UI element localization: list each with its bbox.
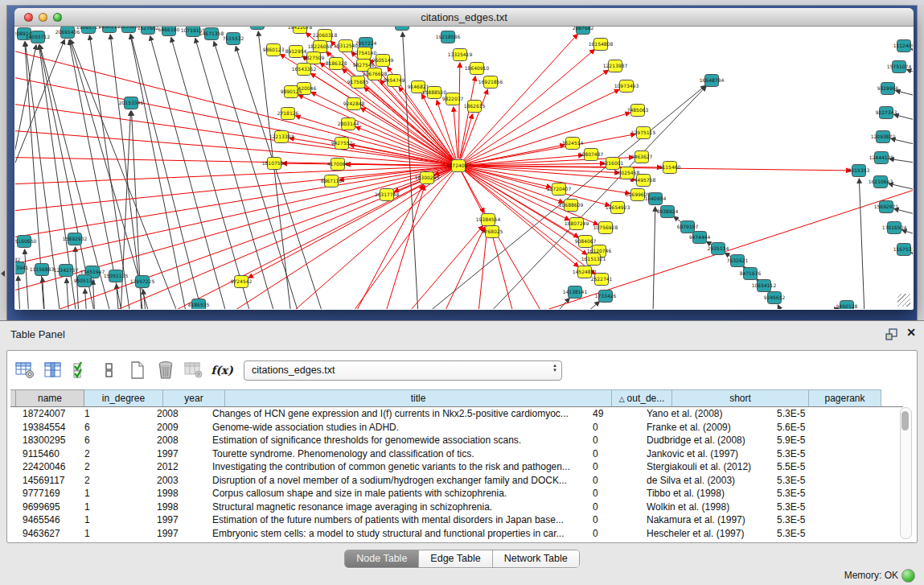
graph-node[interactable]: 9860123 (263, 44, 285, 56)
new-table-icon[interactable] (127, 360, 148, 381)
table-header-row: namein_degreeyeartitle△out_de...shortpag… (10, 389, 903, 407)
select-all-checks-icon[interactable] (71, 360, 92, 381)
graph-node[interactable]: 9245612 (764, 292, 786, 304)
cell-in_degree: 1 (78, 527, 150, 541)
graph-node[interactable]: 3624514 (562, 138, 584, 150)
graph-node[interactable]: 22060318 (313, 30, 338, 42)
graph-node[interactable]: 18640910 (465, 63, 490, 75)
cell-pagerank: 5.3E-5 (770, 407, 836, 421)
graph-node[interactable]: 1112409 (893, 40, 913, 52)
table-row[interactable]: 977716911998Corpus callosum shape and si… (10, 487, 903, 501)
graph-node[interactable]: 12975115 (631, 127, 656, 139)
table-row[interactable]: 946362711997Embryonic stem cells: a mode… (10, 527, 903, 541)
graph-node[interactable]: 9450128 (836, 301, 858, 310)
table-scrollbar[interactable] (900, 407, 912, 539)
graph-node[interactable]: 9605149 (372, 55, 394, 67)
close-panel-icon[interactable]: ✕ (906, 326, 916, 339)
table-settings-icon[interactable] (14, 360, 35, 381)
table-row[interactable]: 911546021997Tourette syndrome. Phenomeno… (10, 447, 903, 461)
graph-node[interactable]: 7615532 (223, 33, 244, 45)
graph-node[interactable]: 16543362 (292, 64, 317, 76)
graph-node[interactable]: 19384554 (476, 214, 501, 226)
table-row[interactable]: 1456911722003Disruption of a novel membe… (10, 474, 903, 488)
graph-node[interactable]: 3913941 (15, 262, 29, 274)
graph-node[interactable]: 1733426 (595, 290, 617, 303)
rows-icon[interactable] (99, 360, 120, 381)
collapse-arrow-icon[interactable] (1, 270, 5, 277)
graph-node[interactable]: 2803144 (338, 118, 359, 130)
column-header-year[interactable]: year (163, 389, 225, 406)
graph-node[interactable]: 19422078 (288, 27, 313, 34)
graph-node[interactable]: 19218586 (436, 31, 461, 43)
graph-node[interactable]: 12093872 (871, 131, 896, 143)
cell-out_de: 0 (586, 447, 640, 461)
graph-node[interactable]: 10654112 (752, 280, 777, 292)
graph-node[interactable]: 16210643 (869, 176, 893, 188)
column-header-out_de[interactable]: △out_de... (612, 389, 672, 406)
table-row[interactable]: 1872400712008Changes of HCN gene express… (10, 407, 903, 421)
graph-node[interactable]: 14138141 (563, 286, 588, 299)
graph-node[interactable]: 12444135 (869, 152, 894, 164)
table-row[interactable]: 1830029562008Estimation of significance … (10, 434, 903, 447)
graph-node[interactable]: 7485063 (627, 105, 649, 117)
graph-node[interactable]: 1167531 (893, 244, 913, 256)
graph-node[interactable]: 8186535 (188, 299, 210, 310)
graph-node[interactable]: 9329966 (877, 83, 899, 95)
column-header-title[interactable]: title (225, 389, 612, 406)
graph-node[interactable]: 8186328 (326, 58, 347, 70)
graph-node[interactable]: 1527602 (138, 27, 159, 35)
table-row[interactable]: 969969511998Structural magnetic resonanc… (10, 501, 903, 514)
graph-node[interactable]: 17957225 (130, 276, 155, 288)
graph-node[interactable]: 8471676 (740, 268, 762, 280)
graph-node[interactable]: 8215353 (848, 165, 870, 177)
column-header-pagerank[interactable]: pagerank (809, 389, 881, 406)
graph-node[interactable]: 2522741 (591, 274, 613, 286)
graph-node[interactable]: 9427552 (331, 138, 353, 150)
table-selector-dropdown[interactable]: citations_edges.txt ▲▼ (244, 360, 562, 381)
graph-node[interactable]: 11156883 (30, 264, 55, 276)
scrollbar-thumb[interactable] (901, 411, 909, 431)
table-row[interactable]: 946554611997Estimation of the future num… (10, 513, 903, 527)
graph-node[interactable]: 8938924 (657, 206, 679, 218)
window-titlebar[interactable]: citations_edges.txt (14, 8, 914, 27)
graph-node[interactable]: 2718126 (277, 108, 299, 120)
graph-node[interactable]: 16921856 (478, 76, 503, 89)
resize-grip[interactable] (897, 294, 910, 307)
column-header-in_degree[interactable]: in_degree (84, 389, 163, 406)
graph-node[interactable]: 18131074 (245, 27, 270, 30)
column-header-name[interactable]: name (16, 389, 84, 406)
table-row[interactable]: 1938455462009Genome-wide association stu… (10, 421, 903, 435)
delete-table-icon[interactable] (155, 360, 176, 381)
graph-node[interactable]: 9227343 (876, 107, 897, 119)
graph-node[interactable]: 2087682 (573, 27, 594, 35)
graph-node[interactable]: 19565717 (76, 27, 101, 34)
graph-node[interactable]: 6466160 (158, 27, 180, 36)
graph-node[interactable]: 18107554 (262, 158, 287, 170)
column-header-short[interactable]: short (672, 389, 809, 406)
graph-node[interactable]: 15051135 (104, 270, 129, 282)
graph-node[interactable]: 16154808 (589, 39, 614, 51)
graph-node[interactable]: 4170061 (327, 159, 349, 171)
graph-node[interactable]: 8131074 (392, 27, 413, 31)
graph-node[interactable]: 25160650 (15, 236, 36, 248)
graph-node[interactable]: 13325419 (448, 49, 473, 61)
network-canvas[interactable]: 2089146140557122069140619565717899021310… (15, 27, 913, 309)
graph-node[interactable]: 16648784 (700, 75, 725, 87)
table-row[interactable]: 2242004622012Investigating the contribut… (10, 460, 903, 474)
function-builder-icon[interactable]: f(x) (211, 360, 232, 381)
graph-node[interactable]: 15751074 (887, 61, 912, 73)
graph-node[interactable]: 10756928 (593, 222, 618, 234)
graph-node[interactable]: 14495758 (631, 175, 656, 187)
float-panel-icon[interactable] (885, 328, 898, 340)
graph-node[interactable]: 12213987 (603, 60, 628, 72)
graph-node[interactable]: 15720407 (547, 183, 572, 196)
graph-node[interactable]: 18226058 (308, 41, 333, 53)
graph-node[interactable]: 19654923 (606, 202, 630, 214)
graph-node[interactable]: 9115460 (659, 162, 681, 174)
memory-status-orb[interactable] (901, 569, 915, 583)
graph-node[interactable]: 15692971 (874, 201, 899, 213)
graph-node[interactable]: 17016504 (882, 222, 907, 234)
graph-node[interactable]: 1862615 (464, 101, 486, 113)
graph-node[interactable]: 12342737 (54, 265, 79, 277)
select-columns-icon[interactable] (43, 360, 64, 381)
